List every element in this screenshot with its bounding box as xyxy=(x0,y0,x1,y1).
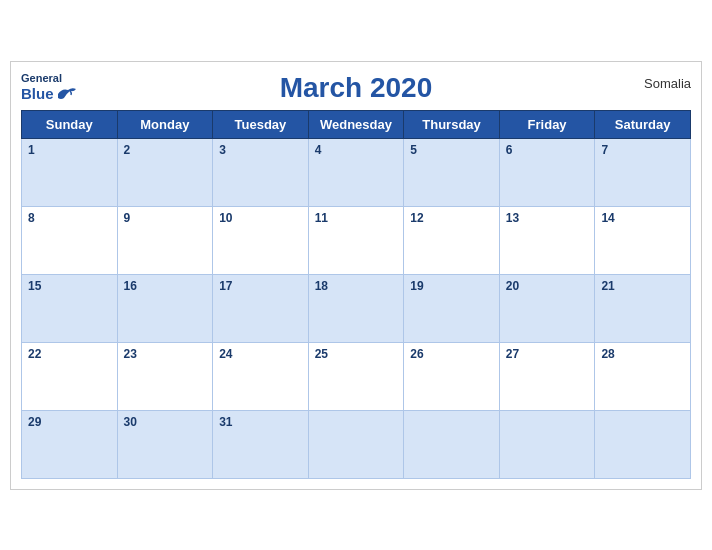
calendar-week-row: 293031 xyxy=(22,410,691,478)
calendar-day-cell: 18 xyxy=(308,274,404,342)
day-number: 13 xyxy=(506,211,519,225)
calendar-day-cell xyxy=(499,410,595,478)
day-number: 30 xyxy=(124,415,137,429)
calendar-container: General Blue March 2020 Somalia SundayMo… xyxy=(10,61,702,490)
calendar-day-cell: 7 xyxy=(595,138,691,206)
calendar-week-row: 22232425262728 xyxy=(22,342,691,410)
calendar-day-cell: 21 xyxy=(595,274,691,342)
calendar-day-cell: 27 xyxy=(499,342,595,410)
calendar-header: General Blue March 2020 Somalia xyxy=(21,72,691,104)
calendar-day-cell: 13 xyxy=(499,206,595,274)
day-number: 26 xyxy=(410,347,423,361)
calendar-week-row: 15161718192021 xyxy=(22,274,691,342)
calendar-day-cell: 20 xyxy=(499,274,595,342)
calendar-day-cell: 4 xyxy=(308,138,404,206)
day-number: 27 xyxy=(506,347,519,361)
calendar-day-cell: 19 xyxy=(404,274,500,342)
calendar-day-cell: 5 xyxy=(404,138,500,206)
calendar-day-cell: 30 xyxy=(117,410,213,478)
day-number: 31 xyxy=(219,415,232,429)
day-number: 1 xyxy=(28,143,35,157)
day-number: 6 xyxy=(506,143,513,157)
weekday-header-thursday: Thursday xyxy=(404,110,500,138)
calendar-day-cell: 15 xyxy=(22,274,118,342)
calendar-day-cell: 28 xyxy=(595,342,691,410)
calendar-day-cell: 10 xyxy=(213,206,309,274)
day-number: 4 xyxy=(315,143,322,157)
day-number: 17 xyxy=(219,279,232,293)
day-number: 14 xyxy=(601,211,614,225)
day-number: 3 xyxy=(219,143,226,157)
calendar-day-cell: 31 xyxy=(213,410,309,478)
calendar-week-row: 1234567 xyxy=(22,138,691,206)
logo: General Blue xyxy=(21,72,78,103)
calendar-day-cell: 2 xyxy=(117,138,213,206)
calendar-day-cell: 25 xyxy=(308,342,404,410)
calendar-day-cell: 24 xyxy=(213,342,309,410)
calendar-day-cell: 6 xyxy=(499,138,595,206)
logo-bird-icon xyxy=(56,86,78,102)
calendar-day-cell: 1 xyxy=(22,138,118,206)
weekday-header-friday: Friday xyxy=(499,110,595,138)
calendar-day-cell xyxy=(308,410,404,478)
day-number: 18 xyxy=(315,279,328,293)
logo-blue: Blue xyxy=(21,85,54,103)
calendar-day-cell: 11 xyxy=(308,206,404,274)
calendar-day-cell: 17 xyxy=(213,274,309,342)
day-number: 21 xyxy=(601,279,614,293)
day-number: 11 xyxy=(315,211,328,225)
calendar-day-cell: 29 xyxy=(22,410,118,478)
day-number: 20 xyxy=(506,279,519,293)
weekday-header-monday: Monday xyxy=(117,110,213,138)
calendar-day-cell: 9 xyxy=(117,206,213,274)
day-number: 8 xyxy=(28,211,35,225)
country-label: Somalia xyxy=(644,76,691,91)
calendar-day-cell xyxy=(404,410,500,478)
weekday-header-wednesday: Wednesday xyxy=(308,110,404,138)
calendar-day-cell: 23 xyxy=(117,342,213,410)
calendar-table: SundayMondayTuesdayWednesdayThursdayFrid… xyxy=(21,110,691,479)
weekday-header-saturday: Saturday xyxy=(595,110,691,138)
calendar-day-cell: 26 xyxy=(404,342,500,410)
weekday-header-sunday: Sunday xyxy=(22,110,118,138)
calendar-week-row: 891011121314 xyxy=(22,206,691,274)
logo-general: General xyxy=(21,72,62,85)
calendar-day-cell xyxy=(595,410,691,478)
day-number: 15 xyxy=(28,279,41,293)
day-number: 22 xyxy=(28,347,41,361)
day-number: 25 xyxy=(315,347,328,361)
weekday-header-tuesday: Tuesday xyxy=(213,110,309,138)
day-number: 12 xyxy=(410,211,423,225)
day-number: 23 xyxy=(124,347,137,361)
day-number: 19 xyxy=(410,279,423,293)
day-number: 16 xyxy=(124,279,137,293)
calendar-day-cell: 22 xyxy=(22,342,118,410)
day-number: 10 xyxy=(219,211,232,225)
day-number: 5 xyxy=(410,143,417,157)
day-number: 29 xyxy=(28,415,41,429)
calendar-day-cell: 3 xyxy=(213,138,309,206)
day-number: 7 xyxy=(601,143,608,157)
day-number: 2 xyxy=(124,143,131,157)
day-number: 24 xyxy=(219,347,232,361)
weekday-header-row: SundayMondayTuesdayWednesdayThursdayFrid… xyxy=(22,110,691,138)
calendar-title: March 2020 xyxy=(280,72,433,104)
calendar-day-cell: 14 xyxy=(595,206,691,274)
calendar-day-cell: 16 xyxy=(117,274,213,342)
calendar-day-cell: 12 xyxy=(404,206,500,274)
calendar-day-cell: 8 xyxy=(22,206,118,274)
day-number: 28 xyxy=(601,347,614,361)
day-number: 9 xyxy=(124,211,131,225)
